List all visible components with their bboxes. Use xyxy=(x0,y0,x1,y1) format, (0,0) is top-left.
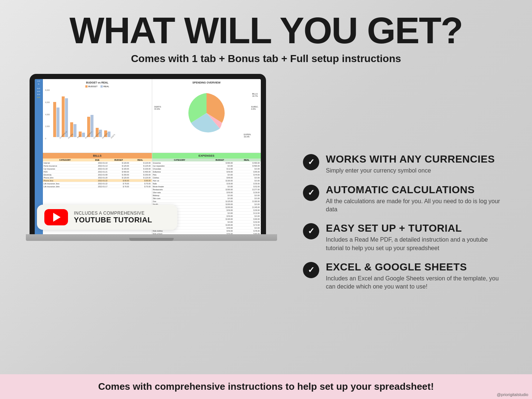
table-row: Uber eats $ 50.00 $ 29.00 xyxy=(152,191,261,194)
check-icon-calculations xyxy=(303,185,319,201)
charts-row: BUDGET vs REAL BUDGET xyxy=(43,79,261,153)
bar xyxy=(74,124,76,137)
budget-chart: BUDGET vs REAL BUDGET xyxy=(43,79,152,153)
table-row: Home insurance 2022-01-13 $ 125.00 $ 125… xyxy=(43,164,152,167)
table-row: Phone Jess 2022-01-22 $ 90.00 $ 90.00 xyxy=(43,179,152,182)
feature-currencies: WORKS WITH ANY CURRENCIES Simply enter y… xyxy=(303,153,502,175)
youtube-big-text: YOUTUBE TUTORIAL xyxy=(74,216,152,224)
spending-chart-title: SPENDING OVERVIEW xyxy=(154,81,259,84)
feature-text-calculations: AUTOMATIC CALCULATIONS All the calculati… xyxy=(326,184,502,214)
table-row: Internet 2022-01-10 $ 120.00 $ 120.00 xyxy=(43,161,152,164)
table-row: Clothes $ 90.00 $ 0.00 xyxy=(152,176,261,179)
budget-legend-dot xyxy=(85,85,88,88)
table-row: Kids clothes $ 50.00 $ 45.00 xyxy=(152,229,261,232)
feature-sheets: EXCEL & GOOGLE SHEETS Includes an Excel … xyxy=(303,261,502,291)
table-row: Chocolate $ 12.00 $ 0.00 xyxy=(152,167,261,170)
main-container: WHAT WILL YOU GET? Comes with 1 tab + Bo… xyxy=(0,0,532,399)
table-row: Nails $ 30.00 $ 30.00 xyxy=(152,182,261,185)
check-icon-sheets xyxy=(303,262,319,278)
table-row: Hair cut $ 100.00 $ 0.00 xyxy=(152,179,261,182)
table-row: Car insurance 2022-01-18 $ 100.00 $ 100.… xyxy=(43,167,152,170)
feature-text-sheets: EXCEL & GOOGLE SHEETS Includes an Excel … xyxy=(326,261,502,291)
pie-container: BILLS19.7% SUBSC.2.6% EXPEN.33.0% DEBTS4… xyxy=(154,85,259,141)
watermark: @priorigitalstudio xyxy=(497,392,528,397)
spending-chart: SPENDING OVERVIEW xyxy=(152,79,261,153)
footer-text: Comes with comprehensive instructions to… xyxy=(98,381,434,392)
table-row: Dollartree $ 50.00 $ 65.00 xyxy=(152,170,261,173)
table-row: Electricity 2022-01-09 $ 150.00 $ 150.00 xyxy=(43,173,152,176)
feature-title-sheets: EXCEL & GOOGLE SHEETS xyxy=(326,261,502,273)
table-row: Movie theater $ 0.00 $ 52.00 xyxy=(152,185,261,188)
table-row: Restaurants $ 300.00 $ 277.00 xyxy=(152,188,261,191)
youtube-badge: INCLUDES A COMPREHENSIVE YOUTUBE TUTORIA… xyxy=(37,205,177,230)
bills-col-headers: CATEGORY DUE BUDGET REAL xyxy=(43,158,152,161)
expenses-col-headers: CATEGORY BUDGET REAL xyxy=(152,158,261,161)
table-row: Life insurance Jess 2022-01-22 $ 70.00 $… xyxy=(43,182,152,185)
budget-chart-title: BUDGET vs REAL xyxy=(45,81,150,84)
subtitle: Comes with 1 tab + Bonus tab + Full setu… xyxy=(30,53,502,65)
feature-desc-tutorial: Includes a Read Me PDF, a detailed instr… xyxy=(326,236,502,252)
pie-labels: BILLS19.7% SUBSC.2.6% EXPEN.33.0% DEBTS4… xyxy=(154,85,259,141)
laptop-section: 1-31 IS $ 00 $ 00 $ 00 $ 00 xyxy=(22,74,273,374)
feature-tutorial: EASY SET UP + TUTORIAL Includes a Read M… xyxy=(303,222,502,252)
table-row: Groceries $ 300.00 $ 400.00 xyxy=(152,161,261,164)
check-icon-currencies xyxy=(303,154,319,170)
footer: Comes with comprehensive instructions to… xyxy=(0,374,532,399)
table-row: Makeup $ 0.00 $ 0.00 xyxy=(152,194,261,197)
bar-chart-wrapper: 8,000 6,000 4,000 2,000 0 xyxy=(45,89,150,140)
table-row: HOA 2022-01-21 $ 400.00 $ 400.00 xyxy=(43,170,152,173)
feature-desc-calculations: All the calculations are made for you. A… xyxy=(326,197,502,214)
bills-header: BILLS xyxy=(43,153,152,158)
real-legend-label: REAL xyxy=(103,85,109,88)
feature-desc-sheets: Includes an Excel and Google Sheets vers… xyxy=(326,274,502,291)
bar xyxy=(57,108,59,137)
laptop-base xyxy=(26,234,277,241)
main-title: WHAT WILL YOU GET? xyxy=(30,11,502,50)
table-row: Skin care $ 0.00 $ 0.00 xyxy=(152,197,261,200)
table-row: Gas $ 125.00 $ 100.00 xyxy=(152,200,261,203)
table-row: Life insurance John 2022-01-17 $ 70.00 $… xyxy=(43,185,152,188)
bar-chart xyxy=(52,89,150,137)
feature-text-tutorial: EASY SET UP + TUTORIAL Includes a Read M… xyxy=(326,222,502,252)
feature-title-currencies: WORKS WITH ANY CURRENCIES xyxy=(326,153,495,165)
x-labels: STARTING B. INCOME BILLS SUBSCRIPT... EX… xyxy=(59,138,150,140)
feature-title-tutorial: EASY SET UP + TUTORIAL xyxy=(326,222,502,234)
feature-desc-currencies: Simply enter your currency symbol once xyxy=(326,167,495,175)
chart-legend: BUDGET REAL xyxy=(45,85,150,88)
table-row: Phone John 2022-01-20 $ 120.00 $ 120.00 xyxy=(43,176,152,179)
play-button-icon xyxy=(53,213,61,222)
bar xyxy=(82,133,85,137)
youtube-icon xyxy=(44,209,68,225)
check-icon-tutorial xyxy=(303,223,319,239)
expenses-header: EXPENSES xyxy=(152,153,261,158)
youtube-small-text: INCLUDES A COMPREHENSIVE xyxy=(74,211,152,216)
content-area: 1-31 IS $ 00 $ 00 $ 00 $ 00 xyxy=(0,70,532,374)
bills-rows: Internet 2022-01-10 $ 120.00 $ 120.00 Ho… xyxy=(43,161,152,188)
real-legend-dot xyxy=(100,85,103,88)
bar xyxy=(108,132,110,137)
bar xyxy=(62,96,65,137)
feature-text-currencies: WORKS WITH ANY CURRENCIES Simply enter y… xyxy=(326,153,495,175)
header: WHAT WILL YOU GET? Comes with 1 tab + Bo… xyxy=(0,0,532,70)
youtube-text: INCLUDES A COMPREHENSIVE YOUTUBE TUTORIA… xyxy=(74,211,152,224)
table-row: Pets $ 0.00 $ 44.00 xyxy=(152,173,261,176)
y-axis: 8,000 6,000 4,000 2,000 0 xyxy=(45,89,50,140)
table-row: Car reparation $ 0.00 $ 500.00 xyxy=(152,164,261,167)
feature-calculations: AUTOMATIC CALCULATIONS All the calculati… xyxy=(303,184,502,214)
laptop-wrapper: 1-31 IS $ 00 $ 00 $ 00 $ 00 xyxy=(26,74,270,241)
feature-title-calculations: AUTOMATIC CALCULATIONS xyxy=(326,184,502,196)
budget-legend-label: BUDGET xyxy=(88,85,98,88)
bar xyxy=(53,102,56,137)
features-section: WORKS WITH ANY CURRENCIES Simply enter y… xyxy=(288,74,510,374)
